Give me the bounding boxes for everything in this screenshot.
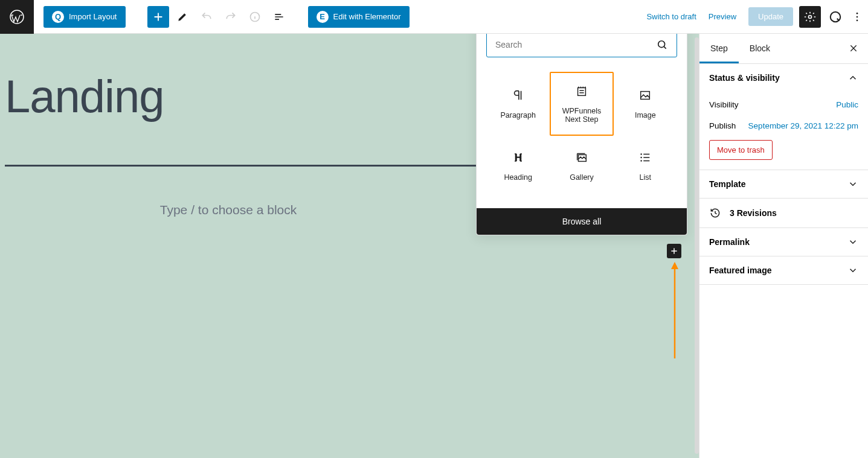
svg-rect-8: [578, 88, 586, 96]
visibility-label: Visibility: [709, 100, 739, 109]
info-icon[interactable]: [244, 6, 266, 28]
list-icon: [638, 150, 652, 165]
add-block-inline-button[interactable]: [667, 244, 681, 258]
editor-canvas: Landing Type / to choose a block Paragra…: [0, 34, 699, 458]
panel-title: Permalink: [709, 237, 750, 247]
panel-head-featured-image[interactable]: Featured image: [699, 256, 868, 284]
heading-icon: [513, 150, 524, 165]
publish-row: Publish September 29, 2021 12:22 pm: [709, 115, 858, 136]
svg-point-4: [857, 12, 858, 14]
block-inserter-popover: Paragraph WPFunnels Next Step Image Head…: [476, 34, 687, 235]
svg-point-15: [641, 157, 642, 158]
panel-head-status[interactable]: Status & visibility: [699, 64, 868, 92]
publish-label: Publish: [709, 121, 736, 130]
visibility-value[interactable]: Public: [836, 100, 858, 109]
close-sidebar-icon[interactable]: [839, 34, 868, 63]
svg-rect-9: [641, 92, 650, 100]
blocks-grid: Paragraph WPFunnels Next Step Image Head…: [477, 67, 687, 208]
panel-title: Template: [709, 179, 745, 189]
annotation-arrow: [671, 262, 678, 358]
panel-status-visibility: Status & visibility Visibility Public Pu…: [699, 64, 868, 170]
top-toolbar: Q Import Layout E Edit with Elementor Sw…: [0, 0, 868, 34]
import-layout-label: Import Layout: [69, 12, 117, 21]
block-wpfunnels-next-step[interactable]: WPFunnels Next Step: [550, 72, 613, 136]
tab-step[interactable]: Step: [699, 34, 739, 63]
q-icon: Q: [52, 11, 64, 23]
chevron-up-icon: [847, 72, 858, 83]
svg-point-16: [641, 160, 642, 161]
import-layout-button[interactable]: Q Import Layout: [43, 6, 126, 28]
chevron-down-icon: [847, 265, 858, 276]
undo-icon[interactable]: [196, 6, 217, 28]
panel-title: Status & visibility: [709, 73, 780, 83]
svg-point-5: [857, 16, 858, 17]
panel-body-status: Visibility Public Publish September 29, …: [699, 92, 868, 170]
block-label: Heading: [504, 173, 532, 182]
switch-to-draft-link[interactable]: Switch to draft: [640, 7, 702, 26]
update-button[interactable]: Update: [748, 7, 793, 26]
settings-sidebar: Step Block Status & visibility Visibilit…: [699, 34, 868, 458]
revisions-label: 3 Revisions: [730, 208, 777, 218]
image-icon: [638, 88, 652, 103]
edit-elementor-label: Edit with Elementor: [333, 12, 401, 21]
edit-elementor-button[interactable]: E Edit with Elementor: [308, 6, 410, 28]
scrollbar[interactable]: [695, 37, 699, 454]
chevron-down-icon: [847, 237, 858, 247]
q-brand-icon[interactable]: [825, 6, 846, 28]
add-block-toolbar-button[interactable]: [147, 6, 169, 28]
svg-point-2: [809, 15, 812, 18]
block-label: Paragraph: [500, 111, 535, 119]
svg-point-7: [658, 41, 665, 48]
visibility-row: Visibility Public: [709, 94, 858, 115]
block-label: List: [640, 173, 651, 182]
wordpress-logo[interactable]: [0, 0, 34, 34]
sidebar-tabs: Step Block: [699, 34, 868, 64]
history-icon: [709, 207, 721, 219]
preview-link[interactable]: Preview: [702, 7, 742, 26]
block-placeholder[interactable]: Type / to choose a block: [5, 203, 452, 217]
svg-rect-12: [515, 157, 521, 158]
chevron-down-icon: [847, 179, 858, 189]
svg-point-14: [641, 153, 642, 154]
block-heading[interactable]: Heading: [486, 136, 550, 196]
settings-icon[interactable]: [799, 6, 821, 28]
paragraph-icon: [512, 88, 525, 103]
search-input[interactable]: [495, 40, 656, 49]
browse-all-button[interactable]: Browse all: [477, 208, 687, 235]
panel-permalink: Permalink: [699, 228, 868, 256]
block-label: Image: [635, 111, 656, 119]
block-label: Gallery: [570, 173, 594, 182]
block-gallery[interactable]: Gallery: [550, 136, 613, 196]
panel-head-permalink[interactable]: Permalink: [699, 228, 868, 256]
panel-featured-image: Featured image: [699, 256, 868, 285]
edit-tool-icon[interactable]: [172, 6, 193, 28]
elementor-icon: E: [317, 11, 329, 23]
publish-value[interactable]: September 29, 2021 12:22 pm: [748, 121, 858, 130]
block-list[interactable]: List: [614, 136, 677, 196]
move-to-trash-button[interactable]: Move to trash: [709, 140, 773, 160]
panel-template: Template: [699, 170, 868, 199]
search-icon: [656, 39, 668, 51]
block-paragraph[interactable]: Paragraph: [486, 72, 550, 136]
svg-point-6: [857, 19, 858, 21]
panel-head-template[interactable]: Template: [699, 170, 868, 198]
block-image[interactable]: Image: [614, 72, 677, 136]
revisions-row[interactable]: 3 Revisions: [699, 199, 868, 228]
block-label: WPFunnels Next Step: [553, 107, 609, 124]
redo-icon[interactable]: [220, 6, 242, 28]
panel-title: Featured image: [709, 266, 771, 275]
tab-block[interactable]: Block: [739, 34, 781, 63]
more-options-icon[interactable]: [846, 6, 868, 28]
wpfunnels-icon: [575, 84, 588, 98]
list-view-icon[interactable]: [268, 6, 290, 28]
gallery-icon: [575, 150, 588, 165]
search-box[interactable]: [486, 34, 677, 57]
